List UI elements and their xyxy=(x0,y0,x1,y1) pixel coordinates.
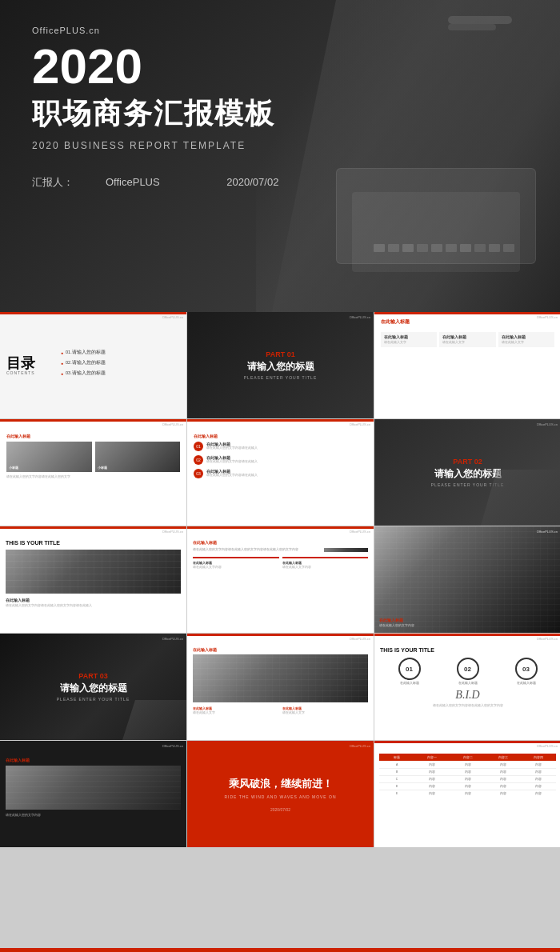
slide-7-title-card[interactable]: OfficePLUS.cn THIS IS YOUR TITLE 在此输入标题 … xyxy=(0,526,186,633)
slide12-circle2: 02 在此输入标题 xyxy=(457,658,479,685)
slide-10-part03[interactable]: OfficePLUS.cn PART 03 请输入您的标题 PLEASE ENT… xyxy=(0,634,186,740)
contents-label: CONTENTS xyxy=(6,370,54,375)
slide9-overlay: 在此输入标题 请在此输入您的文字内容 xyxy=(379,618,556,628)
red-top-bar xyxy=(0,526,186,529)
slide-brand: OfficePLUS.cn xyxy=(162,422,183,426)
slide11-label2: 在此输入标题 请在此输入文字 xyxy=(282,706,369,714)
sub-card-1-body: 请在此输入文字 xyxy=(384,341,434,344)
slide11-labels: 在此输入标题 请在此输入文字 在此输入标题 请在此输入文字 xyxy=(193,706,368,714)
table-wrapper: 标题 内容一 内容二 内容三 内容四 A 内容 内容 内容 内容 B 内容 内容 xyxy=(379,754,556,797)
sub-card-2-title: 在此输入标题 xyxy=(442,335,492,339)
slide13-body: 请在此输入您的文字内容 xyxy=(6,814,181,818)
num-content-1: 在此输入标题 请在此输入您的文字内容请在此输入 xyxy=(206,442,258,450)
contents-item-2: ● 02.请输入您的标题 xyxy=(61,360,180,366)
slide11-img xyxy=(193,654,368,702)
part01-en: PLEASE ENTER YOUR TITLE xyxy=(244,375,317,380)
slide-12-circles[interactable]: OfficePLUS.cn THIS IS YOUR TITLE 01 在此输入… xyxy=(374,634,560,740)
mu-lu-text: 目录 xyxy=(6,356,54,370)
slide-6-part02[interactable]: OfficePLUS.cn PART 02 请输入您的标题 PLEASE ENT… xyxy=(374,419,560,526)
num-circle-2: 02 xyxy=(194,455,203,465)
circle3-num: 03 xyxy=(515,658,538,680)
slide7-building-img xyxy=(6,550,181,594)
num-item-1: 01 在此输入标题 请在此输入您的文字内容请在此输入 xyxy=(194,442,367,451)
slide-brand: OfficePLUS.cn xyxy=(350,422,370,426)
hero-title-en: 2020 BUSINESS REPORT TEMPLATE xyxy=(32,140,310,151)
page-wrapper: OfficePLUS.cn 2020 职场商务汇报模板 2020 BUSINES… xyxy=(0,0,560,952)
circle2-num: 02 xyxy=(457,658,479,680)
slide-brand: OfficePLUS.cn xyxy=(537,637,558,641)
slide-brand-dark: OfficePLUS.cn xyxy=(162,744,183,748)
slide-brand-dark: OfficePLUS.cn xyxy=(537,422,558,426)
circle1-num: 01 xyxy=(398,658,421,680)
slide12-circle3: 03 在此输入标题 xyxy=(515,658,538,685)
slide-9-building-dark[interactable]: OfficePLUS.cn 在此输入标题 请在此输入您的文字内容 xyxy=(374,526,560,633)
hero-year: 2020 xyxy=(32,42,310,91)
slide8-card1: 在此输入标题 请在此输入文字内容 xyxy=(193,557,279,569)
slide-3-subtitles[interactable]: OfficePLUS.cn 在此输入标题 在此输入标题 请在此输入文字 在此输入… xyxy=(374,312,560,418)
slide12-title: THIS IS YOUR TITLE xyxy=(380,647,555,653)
slide9-lines2 xyxy=(374,526,560,633)
slide-13-dark-text[interactable]: OfficePLUS.cn 在此输入标题 请在此输入您的文字内容 xyxy=(0,741,186,847)
slide4-img-grid: 小标题 小标题 xyxy=(6,442,180,472)
slide-brand: OfficePLUS.cn xyxy=(350,530,370,534)
num-circle-3: 03 xyxy=(194,469,203,478)
th-4: 内容三 xyxy=(486,754,521,761)
slide-4-images[interactable]: OfficePLUS.cn 在此输入标题 小标题 小标题 请在此输入您的文字内容… xyxy=(0,419,186,526)
hero-brand: OfficePLUS.cn xyxy=(32,26,310,35)
slide8-card2: 在此输入标题 请在此输入文字内容 xyxy=(282,557,369,569)
red-top-bar xyxy=(374,634,560,636)
slide-5-numbered[interactable]: OfficePLUS.cn 在此输入标题 01 在此输入标题 请在此输入您的文字… xyxy=(187,419,374,526)
slide12-circles-row: 01 在此输入标题 02 在此输入标题 03 在此输入标题 xyxy=(380,658,555,685)
part01-title: 请输入您的标题 xyxy=(247,360,314,374)
sub-card-3-title: 在此输入标题 xyxy=(502,335,551,339)
hero-meta: 汇报人：OfficePLUS 2020/07/02 xyxy=(32,175,310,190)
slide-11-building-labels[interactable]: OfficePLUS.cn 在此输入标题 在此输入标题 请在此输入文字 在此输入… xyxy=(187,634,374,740)
sub-card-1: 在此输入标题 请在此输入文字 xyxy=(381,332,437,347)
slide13-label: 在此输入标题 xyxy=(6,758,181,762)
slide-2-part01[interactable]: OfficePLUS.cn PART 01 请输入您的标题 PLEASE ENT… xyxy=(187,312,374,418)
contents-left: 目录 CONTENTS xyxy=(6,356,54,375)
hero-content: OfficePLUS.cn 2020 职场商务汇报模板 2020 BUSINES… xyxy=(0,0,342,215)
slide4-img2: 小标题 xyxy=(95,442,181,472)
sub-card-1-title: 在此输入标题 xyxy=(384,335,434,339)
red-top-bar xyxy=(374,312,560,314)
red-top-bar xyxy=(187,419,374,422)
hero-title-cn: 职场商务汇报模板 xyxy=(32,94,310,134)
red-top-bar xyxy=(0,419,186,422)
circle1-label: 在此输入标题 xyxy=(398,682,421,685)
slide9-body: 请在此输入您的文字内容 xyxy=(379,624,556,628)
slide12-body: 请在此输入您的文字内容请在此输入您的文字内容 xyxy=(380,704,555,707)
circle3-label: 在此输入标题 xyxy=(515,682,538,685)
slide-8-text-img[interactable]: OfficePLUS.cn 在此输入标题 请在此输入您的文字内容请在此输入您的文… xyxy=(187,526,374,633)
hero-reporter-label: 汇报人：OfficePLUS xyxy=(32,176,192,188)
slide-3-label: 在此输入标题 xyxy=(381,318,554,326)
part03-en: PLEASE ENTER YOUR TITLE xyxy=(57,697,130,702)
num-body-3: 请在此输入您的文字内容请在此输入 xyxy=(206,474,258,477)
slide-brand-dark: OfficePLUS.cn xyxy=(162,637,183,641)
slide-brand-dark: OfficePLUS.cn xyxy=(350,315,370,319)
slide8-label: 在此输入标题 xyxy=(193,540,368,545)
slide8-img xyxy=(324,548,368,552)
sub-card-3-body: 请在此输入文字 xyxy=(502,341,551,344)
num-item-3: 03 在此输入标题 请在此输入您的文字内容请在此输入 xyxy=(194,469,367,478)
slide-1-contents[interactable]: OfficePLUS.cn 目录 CONTENTS ● 01.请输入您的标题 ●… xyxy=(0,312,186,418)
contents-text-3: 03.请输入您的标题 xyxy=(66,370,106,376)
slide-14-motivational[interactable]: OfficePLUS.cn 乘风破浪，继续前进！ RIDE THE WIND A… xyxy=(187,741,374,847)
slide-brand: OfficePLUS.cn xyxy=(537,744,558,748)
mot-date: 2020/07/02 xyxy=(270,807,290,812)
slide-15-table[interactable]: OfficePLUS.cn 标题 内容一 内容二 内容三 内容四 A 内容 内容… xyxy=(374,741,560,847)
slide5-label: 在此输入标题 xyxy=(194,434,367,438)
slide-brand: OfficePLUS.cn xyxy=(162,315,183,319)
hero-section: OfficePLUS.cn 2020 职场商务汇报模板 2020 BUSINES… xyxy=(0,0,560,312)
table-header: 标题 内容一 内容二 内容三 内容四 xyxy=(379,754,556,761)
table-row-3: C 内容 内容 内容 内容 xyxy=(379,776,556,783)
part03-num: PART 03 xyxy=(78,672,107,680)
num-circle-1: 01 xyxy=(194,442,203,451)
slide11-label: 在此输入标题 xyxy=(193,647,368,652)
contents-num-3: ● xyxy=(61,371,63,376)
slide4-label: 在此输入标题 xyxy=(6,434,180,438)
slide-brand: OfficePLUS.cn xyxy=(350,637,370,641)
num-item-2: 02 在此输入标题 请在此输入您的文字内容请在此输入 xyxy=(194,455,367,465)
num-content-2: 在此输入标题 请在此输入您的文字内容请在此输入 xyxy=(206,455,258,463)
slide4-body: 请在此输入您的文字内容请在此输入您的文字 xyxy=(6,475,180,479)
